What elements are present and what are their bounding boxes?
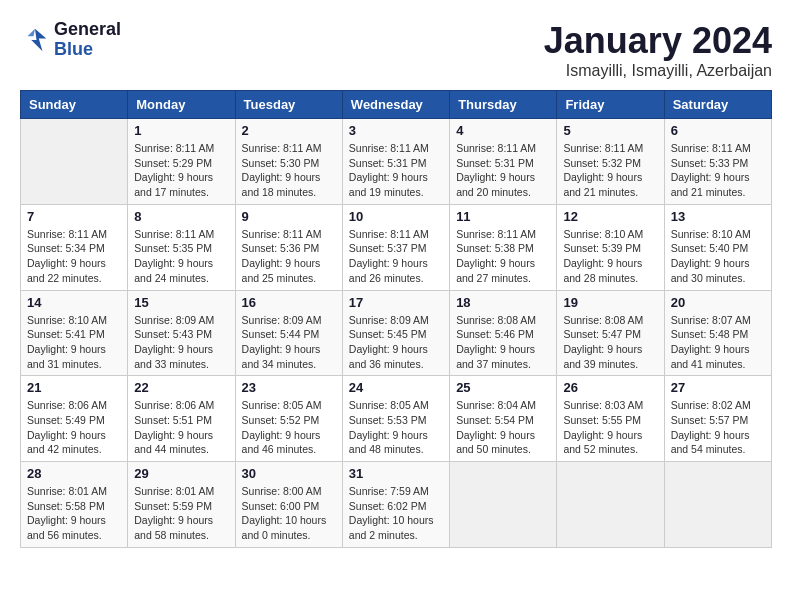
day-info: Sunrise: 8:02 AMSunset: 5:57 PMDaylight:… [671, 398, 765, 457]
day-number: 18 [456, 295, 550, 310]
calendar-title: January 2024 [544, 20, 772, 62]
day-info: Sunrise: 7:59 AMSunset: 6:02 PMDaylight:… [349, 484, 443, 543]
day-info: Sunrise: 8:05 AMSunset: 5:52 PMDaylight:… [242, 398, 336, 457]
day-number: 6 [671, 123, 765, 138]
day-info: Sunrise: 8:05 AMSunset: 5:53 PMDaylight:… [349, 398, 443, 457]
day-number: 12 [563, 209, 657, 224]
calendar-day-cell: 14Sunrise: 8:10 AMSunset: 5:41 PMDayligh… [21, 290, 128, 376]
day-number: 11 [456, 209, 550, 224]
calendar-day-cell: 29Sunrise: 8:01 AMSunset: 5:59 PMDayligh… [128, 462, 235, 548]
calendar-day-cell: 16Sunrise: 8:09 AMSunset: 5:44 PMDayligh… [235, 290, 342, 376]
weekday-header-cell: Monday [128, 91, 235, 119]
calendar-day-cell [21, 119, 128, 205]
day-number: 26 [563, 380, 657, 395]
day-number: 2 [242, 123, 336, 138]
weekday-header-cell: Tuesday [235, 91, 342, 119]
logo: General Blue [20, 20, 121, 60]
day-info: Sunrise: 8:11 AMSunset: 5:34 PMDaylight:… [27, 227, 121, 286]
calendar-day-cell: 12Sunrise: 8:10 AMSunset: 5:39 PMDayligh… [557, 204, 664, 290]
day-info: Sunrise: 8:11 AMSunset: 5:38 PMDaylight:… [456, 227, 550, 286]
logo-text: General Blue [54, 20, 121, 60]
calendar-day-cell [557, 462, 664, 548]
calendar-day-cell: 27Sunrise: 8:02 AMSunset: 5:57 PMDayligh… [664, 376, 771, 462]
day-number: 29 [134, 466, 228, 481]
calendar-week-row: 21Sunrise: 8:06 AMSunset: 5:49 PMDayligh… [21, 376, 772, 462]
day-number: 24 [349, 380, 443, 395]
day-number: 22 [134, 380, 228, 395]
day-info: Sunrise: 8:06 AMSunset: 5:49 PMDaylight:… [27, 398, 121, 457]
day-info: Sunrise: 8:04 AMSunset: 5:54 PMDaylight:… [456, 398, 550, 457]
day-info: Sunrise: 8:11 AMSunset: 5:30 PMDaylight:… [242, 141, 336, 200]
day-info: Sunrise: 8:06 AMSunset: 5:51 PMDaylight:… [134, 398, 228, 457]
weekday-header-cell: Saturday [664, 91, 771, 119]
day-info: Sunrise: 8:10 AMSunset: 5:41 PMDaylight:… [27, 313, 121, 372]
calendar-subtitle: Ismayilli, Ismayilli, Azerbaijan [544, 62, 772, 80]
weekday-header-cell: Sunday [21, 91, 128, 119]
calendar-day-cell: 5Sunrise: 8:11 AMSunset: 5:32 PMDaylight… [557, 119, 664, 205]
calendar-day-cell: 24Sunrise: 8:05 AMSunset: 5:53 PMDayligh… [342, 376, 449, 462]
day-number: 28 [27, 466, 121, 481]
day-number: 20 [671, 295, 765, 310]
day-number: 15 [134, 295, 228, 310]
weekday-header-cell: Wednesday [342, 91, 449, 119]
calendar-day-cell: 26Sunrise: 8:03 AMSunset: 5:55 PMDayligh… [557, 376, 664, 462]
day-number: 19 [563, 295, 657, 310]
day-number: 14 [27, 295, 121, 310]
day-number: 7 [27, 209, 121, 224]
day-number: 5 [563, 123, 657, 138]
day-info: Sunrise: 8:11 AMSunset: 5:29 PMDaylight:… [134, 141, 228, 200]
day-info: Sunrise: 8:11 AMSunset: 5:31 PMDaylight:… [349, 141, 443, 200]
calendar-table: SundayMondayTuesdayWednesdayThursdayFrid… [20, 90, 772, 548]
header: General Blue January 2024 Ismayilli, Ism… [20, 20, 772, 80]
calendar-day-cell: 15Sunrise: 8:09 AMSunset: 5:43 PMDayligh… [128, 290, 235, 376]
calendar-day-cell: 23Sunrise: 8:05 AMSunset: 5:52 PMDayligh… [235, 376, 342, 462]
day-number: 16 [242, 295, 336, 310]
calendar-day-cell: 25Sunrise: 8:04 AMSunset: 5:54 PMDayligh… [450, 376, 557, 462]
day-number: 27 [671, 380, 765, 395]
day-info: Sunrise: 8:08 AMSunset: 5:47 PMDaylight:… [563, 313, 657, 372]
day-info: Sunrise: 8:11 AMSunset: 5:31 PMDaylight:… [456, 141, 550, 200]
calendar-day-cell [450, 462, 557, 548]
day-info: Sunrise: 8:03 AMSunset: 5:55 PMDaylight:… [563, 398, 657, 457]
day-number: 3 [349, 123, 443, 138]
day-info: Sunrise: 8:00 AMSunset: 6:00 PMDaylight:… [242, 484, 336, 543]
day-number: 4 [456, 123, 550, 138]
day-info: Sunrise: 8:11 AMSunset: 5:37 PMDaylight:… [349, 227, 443, 286]
calendar-day-cell: 20Sunrise: 8:07 AMSunset: 5:48 PMDayligh… [664, 290, 771, 376]
day-info: Sunrise: 8:10 AMSunset: 5:40 PMDaylight:… [671, 227, 765, 286]
calendar-day-cell: 8Sunrise: 8:11 AMSunset: 5:35 PMDaylight… [128, 204, 235, 290]
day-info: Sunrise: 8:09 AMSunset: 5:43 PMDaylight:… [134, 313, 228, 372]
calendar-day-cell: 21Sunrise: 8:06 AMSunset: 5:49 PMDayligh… [21, 376, 128, 462]
calendar-day-cell: 3Sunrise: 8:11 AMSunset: 5:31 PMDaylight… [342, 119, 449, 205]
day-info: Sunrise: 8:11 AMSunset: 5:32 PMDaylight:… [563, 141, 657, 200]
day-info: Sunrise: 8:09 AMSunset: 5:45 PMDaylight:… [349, 313, 443, 372]
calendar-day-cell: 6Sunrise: 8:11 AMSunset: 5:33 PMDaylight… [664, 119, 771, 205]
day-number: 23 [242, 380, 336, 395]
calendar-day-cell: 2Sunrise: 8:11 AMSunset: 5:30 PMDaylight… [235, 119, 342, 205]
day-number: 13 [671, 209, 765, 224]
calendar-week-row: 7Sunrise: 8:11 AMSunset: 5:34 PMDaylight… [21, 204, 772, 290]
day-info: Sunrise: 8:08 AMSunset: 5:46 PMDaylight:… [456, 313, 550, 372]
day-info: Sunrise: 8:09 AMSunset: 5:44 PMDaylight:… [242, 313, 336, 372]
calendar-day-cell: 22Sunrise: 8:06 AMSunset: 5:51 PMDayligh… [128, 376, 235, 462]
calendar-week-row: 14Sunrise: 8:10 AMSunset: 5:41 PMDayligh… [21, 290, 772, 376]
calendar-day-cell: 31Sunrise: 7:59 AMSunset: 6:02 PMDayligh… [342, 462, 449, 548]
weekday-header-cell: Friday [557, 91, 664, 119]
day-info: Sunrise: 8:01 AMSunset: 5:59 PMDaylight:… [134, 484, 228, 543]
calendar-day-cell: 17Sunrise: 8:09 AMSunset: 5:45 PMDayligh… [342, 290, 449, 376]
calendar-day-cell: 30Sunrise: 8:00 AMSunset: 6:00 PMDayligh… [235, 462, 342, 548]
day-number: 21 [27, 380, 121, 395]
day-info: Sunrise: 8:01 AMSunset: 5:58 PMDaylight:… [27, 484, 121, 543]
day-info: Sunrise: 8:07 AMSunset: 5:48 PMDaylight:… [671, 313, 765, 372]
calendar-day-cell: 11Sunrise: 8:11 AMSunset: 5:38 PMDayligh… [450, 204, 557, 290]
day-info: Sunrise: 8:10 AMSunset: 5:39 PMDaylight:… [563, 227, 657, 286]
weekday-header-row: SundayMondayTuesdayWednesdayThursdayFrid… [21, 91, 772, 119]
calendar-week-row: 28Sunrise: 8:01 AMSunset: 5:58 PMDayligh… [21, 462, 772, 548]
calendar-day-cell: 4Sunrise: 8:11 AMSunset: 5:31 PMDaylight… [450, 119, 557, 205]
calendar-day-cell: 1Sunrise: 8:11 AMSunset: 5:29 PMDaylight… [128, 119, 235, 205]
day-info: Sunrise: 8:11 AMSunset: 5:36 PMDaylight:… [242, 227, 336, 286]
calendar-day-cell: 13Sunrise: 8:10 AMSunset: 5:40 PMDayligh… [664, 204, 771, 290]
calendar-week-row: 1Sunrise: 8:11 AMSunset: 5:29 PMDaylight… [21, 119, 772, 205]
day-number: 30 [242, 466, 336, 481]
logo-bird-icon [20, 25, 50, 55]
